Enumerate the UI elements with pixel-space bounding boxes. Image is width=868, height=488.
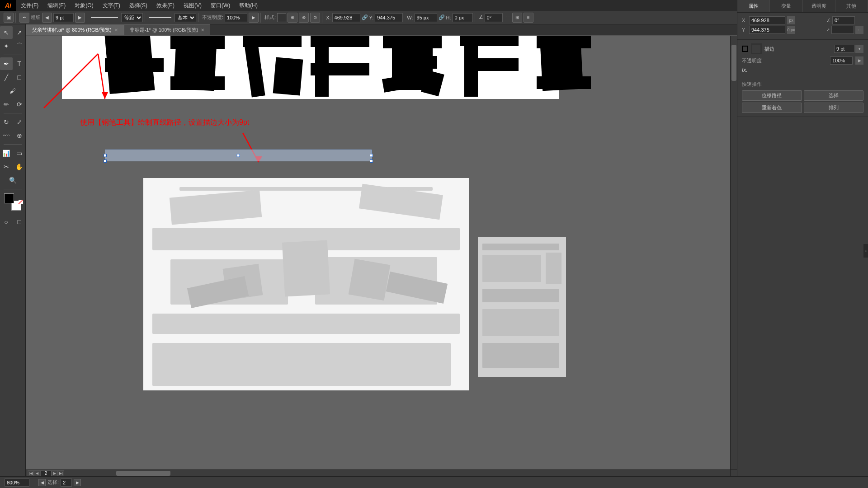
artboard-tool[interactable]: ▭ bbox=[13, 147, 26, 160]
menu-edit[interactable]: 编辑(E) bbox=[43, 0, 70, 11]
selection-tool[interactable]: ↖ bbox=[0, 26, 13, 39]
normal-mode[interactable]: ○ bbox=[0, 216, 13, 228]
menu-effect[interactable]: 效果(E) bbox=[152, 0, 179, 11]
path-offset-btn[interactable]: 位移路径 bbox=[742, 90, 802, 101]
stroke-size-down[interactable]: ◀ bbox=[42, 13, 52, 23]
doc-tab-close-0[interactable]: ✕ bbox=[114, 28, 118, 33]
style-select[interactable]: 基本 bbox=[175, 13, 196, 22]
angle-input[interactable] bbox=[485, 13, 503, 22]
direct-selection-tool[interactable]: ↗ bbox=[13, 26, 26, 39]
doc-tab-0[interactable]: 父亲节讲解.ai* @ 800% (RGB/预览) ✕ bbox=[26, 24, 124, 35]
page-nav-area: |◀ ◀ ▶ ▶| bbox=[26, 470, 66, 477]
anchor-bottom-left[interactable] bbox=[104, 160, 107, 163]
arrange-btn[interactable]: 排列 bbox=[804, 103, 864, 113]
shape-tool[interactable]: □ bbox=[13, 71, 26, 84]
toolbar-pen-btn[interactable]: ✒ bbox=[19, 13, 29, 23]
screen-mode[interactable]: □ bbox=[13, 216, 26, 228]
page-number-input[interactable] bbox=[40, 470, 52, 476]
menu-select[interactable]: 选择(S) bbox=[125, 0, 152, 11]
artboard-next[interactable]: ▶ bbox=[74, 479, 81, 486]
panel-tab-other[interactable]: 其他 bbox=[835, 0, 868, 12]
h-input[interactable] bbox=[453, 13, 473, 22]
slice-tool[interactable]: ✂ bbox=[0, 160, 13, 173]
anchor-bottom-right[interactable] bbox=[370, 160, 373, 163]
scale-value-input[interactable] bbox=[831, 26, 854, 34]
column-graph-tool[interactable]: 📊 bbox=[0, 147, 13, 160]
shaper-tool[interactable]: ⟳ bbox=[13, 98, 26, 111]
page-next-btn[interactable]: ▶ bbox=[52, 470, 58, 476]
anchor-center[interactable] bbox=[237, 154, 240, 157]
lasso-tool[interactable]: ⌒ bbox=[13, 40, 26, 52]
page-prev-btn[interactable]: ◀ bbox=[34, 470, 40, 476]
anchor-right[interactable] bbox=[370, 154, 373, 157]
align-btn[interactable]: ≡ bbox=[524, 13, 533, 23]
menu-text[interactable]: 文字(T) bbox=[98, 0, 125, 11]
v-scroll-thumb[interactable] bbox=[731, 45, 736, 81]
selected-path[interactable] bbox=[105, 143, 372, 168]
stroke-size-input[interactable] bbox=[53, 13, 74, 22]
scale-tool[interactable]: ⤢ bbox=[13, 116, 26, 128]
panel-collapse-handle[interactable]: » bbox=[863, 244, 868, 258]
stroke-swatch[interactable] bbox=[4, 193, 14, 203]
toolbar-select-btn[interactable]: ▣ bbox=[4, 13, 14, 23]
opacity-input[interactable] bbox=[225, 13, 247, 22]
artboard-input[interactable] bbox=[61, 479, 72, 487]
style-btn3[interactable]: ⊙ bbox=[310, 13, 320, 23]
hand-tool[interactable]: ✋ bbox=[13, 160, 26, 173]
v-scrollbar[interactable] bbox=[730, 36, 737, 469]
stroke-color-swatch[interactable] bbox=[751, 43, 762, 54]
stroke-size-arrow[interactable]: ▾ bbox=[855, 45, 863, 53]
opacity-right-input[interactable] bbox=[830, 56, 853, 65]
style-btn2[interactable]: ⊗ bbox=[299, 13, 309, 23]
angle-value-input[interactable] bbox=[832, 16, 855, 24]
none-swatch[interactable] bbox=[19, 200, 23, 204]
menu-window[interactable]: 窗口(W) bbox=[206, 0, 235, 11]
menu-help[interactable]: 帮助(H) bbox=[235, 0, 262, 11]
x-value-input[interactable] bbox=[749, 16, 785, 24]
type-tool[interactable]: T bbox=[13, 57, 26, 70]
page-first-btn[interactable]: |◀ bbox=[28, 470, 34, 476]
paintbrush-tool[interactable]: 🖌 bbox=[6, 84, 19, 97]
artboard-prev[interactable]: ◀ bbox=[38, 479, 46, 486]
stroke-size-up[interactable]: ▶ bbox=[75, 13, 85, 23]
anchor-left[interactable] bbox=[104, 154, 107, 157]
line-tool[interactable]: ╱ bbox=[0, 71, 13, 84]
zoom-tool[interactable]: 🔍 bbox=[6, 174, 19, 187]
style-swatch[interactable] bbox=[277, 13, 286, 22]
recolor-btn[interactable]: 重新着色 bbox=[742, 103, 802, 113]
select-btn[interactable]: 选择 bbox=[804, 90, 864, 101]
menu-object[interactable]: 对象(O) bbox=[70, 0, 98, 11]
style-btn1[interactable]: ⊕ bbox=[288, 13, 297, 23]
panel-tab-properties[interactable]: 属性 bbox=[737, 0, 770, 12]
panel-tab-opacity[interactable]: 透明度 bbox=[803, 0, 835, 12]
menu-file[interactable]: 文件(F) bbox=[16, 0, 43, 11]
svg-rect-4 bbox=[170, 76, 225, 90]
page-last-btn[interactable]: ▶| bbox=[58, 470, 64, 476]
warp-tool[interactable]: 〰 bbox=[0, 129, 13, 142]
opacity-arrow[interactable]: ▶ bbox=[855, 56, 863, 65]
doc-tab-close-1[interactable]: ✕ bbox=[201, 28, 204, 33]
x-unit-btn[interactable]: px bbox=[787, 16, 795, 24]
dash-select[interactable]: 等距 bbox=[121, 13, 143, 22]
doc-tab-1[interactable]: 非标题-1* @ 100% (RGB/预览) ✕ bbox=[124, 24, 211, 35]
y-coord-input[interactable] bbox=[375, 13, 403, 22]
blend-tool[interactable]: ⊕ bbox=[13, 129, 26, 142]
pencil-tool[interactable]: ✏ bbox=[0, 98, 13, 111]
pen-tool[interactable]: ✒ bbox=[0, 57, 13, 70]
h-scrollbar[interactable]: |◀ ◀ ▶ ▶| bbox=[26, 469, 730, 476]
zoom-input[interactable] bbox=[5, 479, 29, 487]
y-value-input[interactable] bbox=[749, 26, 785, 34]
w-input[interactable] bbox=[415, 13, 437, 22]
panel-tab-variables[interactable]: 变量 bbox=[770, 0, 802, 12]
mode-pair: ○ □ bbox=[0, 216, 26, 228]
h-scroll-thumb[interactable] bbox=[116, 471, 170, 476]
menu-view[interactable]: 视图(V) bbox=[179, 0, 206, 11]
transform-btn[interactable]: ⊞ bbox=[512, 13, 522, 23]
opacity-more[interactable]: ▶ bbox=[249, 13, 259, 23]
x-coord-input[interactable] bbox=[332, 13, 360, 22]
stroke-size-right-input[interactable] bbox=[834, 45, 854, 53]
y-unit-btn[interactable]: 0 px bbox=[787, 26, 795, 34]
magic-wand-tool[interactable]: ✦ bbox=[0, 40, 13, 52]
rotate-tool[interactable]: ↻ bbox=[0, 116, 13, 128]
scale-unit[interactable]: ↔ bbox=[855, 26, 863, 34]
